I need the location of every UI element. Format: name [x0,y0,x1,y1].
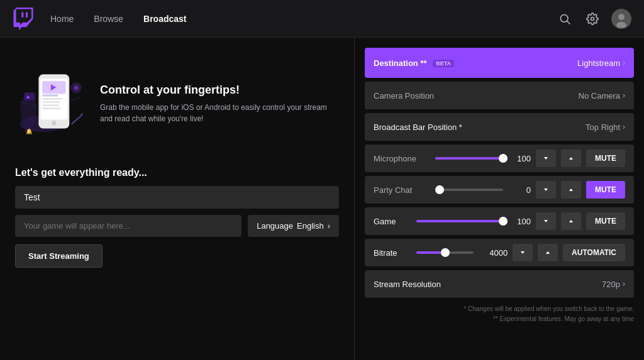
bitrate-value: 4000 [479,248,508,258]
game-down-button[interactable] [536,212,556,230]
party-chat-up-button[interactable] [561,181,581,199]
language-value: English [297,221,324,231]
footer-notes: * Changes will be applied when you switc… [365,304,634,324]
broadcast-bar-row[interactable]: Broadcast Bar Position * Top Right › [365,113,634,141]
svg-text:⊕: ⊕ [74,84,79,91]
hero-section: ⊕ 🔔 Control at your fingertips! Grab the… [15,50,339,157]
svg-line-29 [69,97,80,101]
svg-point-4 [591,17,594,20]
beta-badge: BETA [433,60,454,67]
nav-links: Home Browse Broadcast [50,14,556,24]
svg-rect-1 [21,12,23,17]
ready-label: Let's get everything ready... [15,167,339,178]
microphone-row: Microphone 100 MUTE [365,145,634,172]
microphone-value: 100 [508,154,531,163]
broadcast-bar-value: Top Right › [586,123,625,132]
party-chat-thumb[interactable] [435,185,444,194]
nav-broadcast[interactable]: Broadcast [143,14,186,24]
game-thumb[interactable] [499,217,508,226]
bitrate-label: Bitrate [374,248,411,258]
main-content: ⊕ 🔔 Control at your fingertips! Grab the… [0,38,644,360]
stream-resolution-row[interactable]: Stream Resolution 720p › [365,270,634,298]
microphone-mute-button[interactable]: MUTE [586,150,625,167]
bitrate-row: Bitrate 4000 AUTOMATIC [365,239,634,266]
right-panel: Destination ** BETA Lightstream › Camera… [355,38,644,360]
nav-actions [556,9,631,29]
hero-body: Grab the mobile app for iOS or Android t… [100,102,339,124]
svg-rect-20 [24,92,35,101]
bitrate-automatic-button[interactable]: AUTOMATIC [563,244,625,261]
microphone-slider[interactable] [435,157,503,160]
bitrate-slider[interactable] [416,251,474,254]
bitrate-thumb[interactable] [441,248,450,257]
svg-point-19 [52,121,56,125]
stream-resolution-chevron-icon: › [623,280,625,288]
settings-icon[interactable] [584,10,601,28]
svg-rect-14 [42,101,60,102]
game-label: Game [374,217,411,226]
broadcast-bar-label: Broadcast Bar Position * [374,123,586,132]
party-chat-label: Party Chat [374,185,430,195]
stream-resolution-value: 720p › [602,280,625,289]
party-chat-mute-button[interactable]: MUTE [586,181,625,199]
bottom-row: Language English › [15,215,339,237]
camera-chevron-icon: › [623,91,625,100]
language-label: Language [257,221,293,231]
game-mute-button[interactable]: MUTE [586,212,625,230]
search-icon[interactable] [556,10,574,28]
phone-illustration: ⊕ 🔔 [15,50,87,157]
svg-rect-16 [42,107,61,109]
language-select[interactable]: Language English › [248,215,339,237]
broadcast-bar-chevron-icon: › [623,123,625,131]
stream-title-input[interactable] [15,186,339,209]
game-slider[interactable] [416,220,503,222]
stream-resolution-label: Stream Resolution [374,280,602,289]
user-avatar[interactable] [611,9,631,29]
svg-point-6 [618,14,625,20]
party-chat-value: 0 [508,185,531,195]
navbar: Home Browse Broadcast [0,0,644,38]
svg-point-2 [560,14,568,22]
game-value: 100 [508,217,531,226]
twitch-logo[interactable] [13,8,35,30]
microphone-down-button[interactable] [536,150,556,167]
svg-rect-12 [42,95,58,97]
microphone-up-button[interactable] [561,150,581,167]
game-row: Game 100 MUTE [365,207,634,235]
svg-rect-0 [26,12,28,17]
destination-label: Destination ** BETA [374,58,577,68]
microphone-label: Microphone [374,154,430,163]
microphone-fill [435,157,503,160]
svg-rect-15 [42,104,59,106]
svg-line-24 [72,115,82,124]
svg-text:🔔: 🔔 [26,128,33,135]
nav-home[interactable]: Home [50,14,74,24]
nav-browse[interactable]: Browse [94,14,123,24]
footer-note-2: ** Experimental features. May go away at… [365,314,634,324]
hero-title: Control at your fingertips! [100,84,339,97]
camera-row[interactable]: Camera Position No Camera › [365,82,634,109]
camera-value: No Camera › [579,91,625,101]
bitrate-up-button[interactable] [538,244,558,261]
party-chat-row: Party Chat 0 MUTE [365,176,634,204]
party-chat-down-button[interactable] [536,181,556,199]
start-streaming-button[interactable]: Start Streaming [15,244,103,268]
left-panel: ⊕ 🔔 Control at your fingertips! Grab the… [0,38,355,360]
party-chat-slider[interactable] [435,188,503,191]
game-up-button[interactable] [561,212,581,230]
destination-row[interactable]: Destination ** BETA Lightstream › [365,48,634,78]
svg-rect-13 [42,98,62,99]
camera-label: Camera Position [374,91,579,101]
game-fill [416,220,503,222]
bitrate-down-button[interactable] [513,244,533,261]
language-chevron-icon: › [328,221,330,231]
microphone-thumb[interactable] [499,154,508,163]
svg-line-3 [567,21,570,24]
destination-value: Lightstream › [577,58,625,68]
destination-chevron-icon: › [623,58,625,67]
footer-note-1: * Changes will be applied when you switc… [365,304,634,314]
hero-text: Control at your fingertips! Grab the mob… [100,84,339,124]
game-input[interactable] [15,215,242,237]
